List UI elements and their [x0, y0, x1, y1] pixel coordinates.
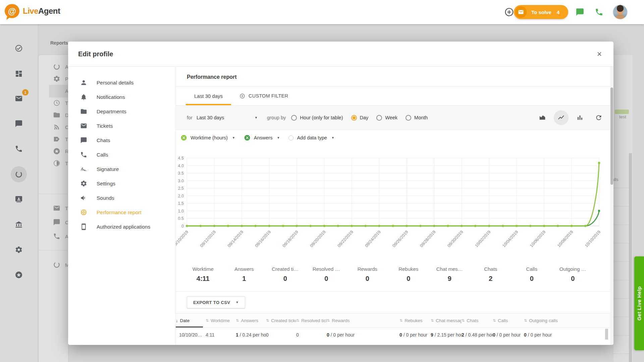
stat-value: 0 — [552, 275, 594, 283]
chats-online-icon[interactable] — [576, 8, 584, 16]
refresh-button[interactable] — [591, 110, 606, 125]
profile-menu: Personal detailsNotificationsDepartments… — [68, 67, 176, 345]
tab-custom-filter-label: CUSTOM FILTER — [249, 93, 288, 99]
add-new-icon[interactable] — [504, 7, 514, 17]
column-header-worktime[interactable]: ⇅Worktime — [206, 313, 236, 327]
line-chart-button[interactable] — [554, 110, 569, 125]
area-chart-button[interactable] — [535, 110, 550, 125]
date-range-select[interactable]: Last 30 days ▼ — [197, 115, 258, 120]
radio-label: Month — [414, 115, 428, 120]
get-live-help-label: Get Live Help — [636, 286, 642, 320]
bar-chart-button[interactable] — [573, 110, 587, 125]
column-header-resolved-ticke[interactable]: ⇅Resolved ticke — [296, 313, 327, 327]
svg-text:1.0: 1.0 — [178, 209, 184, 214]
chart-type-tools — [535, 110, 606, 125]
menu-item-tickets[interactable]: Tickets — [68, 119, 175, 133]
logo-bubble-icon: @ — [5, 4, 19, 18]
column-header-date[interactable]: ↓Date — [176, 313, 206, 327]
chip-icon — [80, 209, 87, 216]
menu-item-calls[interactable]: Calls — [68, 147, 175, 162]
to-solve-button[interactable]: To solve 4 — [514, 5, 568, 19]
column-header-calls[interactable]: ⇅Calls — [493, 313, 524, 327]
table-cell: 0 / 0 per hour — [524, 332, 613, 338]
svg-text:09/12/2019: 09/12/2019 — [199, 230, 217, 248]
chip-worktime-hours[interactable]: Worktime (hours)▼ — [180, 134, 235, 141]
liveagent-logo[interactable]: @ LiveAgent — [5, 4, 60, 18]
sort-icon: ⇅ — [493, 318, 496, 323]
table-cell: 10/10/20… — [176, 332, 206, 338]
modal-body: Personal detailsNotificationsDepartments… — [68, 67, 613, 345]
chevron-down-icon: ▼ — [235, 301, 238, 304]
user-avatar[interactable] — [612, 4, 628, 20]
chevron-down-icon: ▼ — [255, 116, 258, 119]
stat-label: Chats — [470, 266, 512, 272]
menu-item-departments[interactable]: Departments — [68, 104, 175, 119]
table-cell: 0 — [266, 332, 296, 338]
stat-label: Calls — [511, 266, 552, 272]
column-header-label: Rebukes — [405, 318, 422, 323]
tab-last-30-days[interactable]: Last 30 days — [186, 86, 231, 105]
chip-answers[interactable]: Answers▼ — [244, 134, 280, 141]
group-by-label: group by — [267, 115, 286, 120]
remove-icon — [180, 134, 187, 141]
svg-text:10/02/2019: 10/02/2019 — [474, 230, 491, 248]
stat-rewards: Rewards0 — [347, 266, 388, 283]
svg-text:4.5: 4.5 — [178, 156, 184, 161]
table-scrollbar[interactable] — [605, 329, 608, 340]
menu-item-signature[interactable]: Signature — [68, 162, 175, 176]
radio-hour-only-for-table[interactable]: Hour (only for table) — [291, 115, 343, 121]
logo-at-glyph: @ — [8, 6, 16, 16]
edit-profile-modal: Edit profile ✕ Personal detailsNotificat… — [68, 42, 613, 345]
menu-item-label: Sounds — [97, 195, 114, 201]
svg-text:1.5: 1.5 — [178, 201, 184, 206]
tab-custom-filter[interactable]: CUSTOM FILTER — [231, 86, 297, 105]
column-header-rewards[interactable]: ⇅Rewards — [327, 313, 399, 327]
export-to-csv-button[interactable]: EXPORT TO CSV ▼ — [187, 296, 245, 308]
menu-item-label: Authorized applications — [97, 224, 150, 230]
menu-item-personal-details[interactable]: Personal details — [68, 75, 175, 90]
folder-icon — [80, 108, 87, 115]
column-header-created-ticket[interactable]: ⇅Created ticket — [266, 313, 296, 327]
column-header-label: Date — [180, 318, 190, 323]
to-solve-count: 4 — [557, 9, 559, 15]
menu-item-settings[interactable]: Settings — [68, 176, 175, 191]
stat-label: Answers — [224, 266, 265, 272]
column-header-outgoing-calls[interactable]: ⇅Outgoing calls — [524, 313, 613, 327]
close-icon[interactable]: ✕ — [595, 49, 603, 59]
menu-item-label: Personal details — [97, 80, 133, 86]
tab-last-30-days-label: Last 30 days — [194, 93, 223, 99]
stat-value: 1 — [224, 275, 265, 283]
svg-text:09/18/2019: 09/18/2019 — [282, 230, 299, 248]
group-by-radios: Hour (only for table)DayWeekMonth — [291, 115, 436, 121]
sort-icon: ⇅ — [431, 318, 434, 323]
radio-day[interactable]: Day — [351, 115, 369, 121]
menu-item-performance-report[interactable]: Performance report — [68, 205, 175, 220]
stat-chats: Chats2 — [470, 266, 512, 283]
brand-text: LiveAgent — [23, 6, 60, 16]
modal-scrollbar[interactable] — [610, 67, 613, 345]
calls-online-icon[interactable] — [595, 8, 603, 16]
column-header-chat-message[interactable]: ⇅Chat message — [431, 313, 462, 327]
menu-item-chats[interactable]: Chats — [68, 133, 175, 147]
menu-item-label: Settings — [97, 181, 115, 187]
gear-icon — [80, 180, 87, 187]
chip-add-data-type[interactable]: Add data type▼ — [288, 135, 334, 140]
column-header-rebukes[interactable]: ⇅Rebukes — [399, 313, 431, 327]
table-row[interactable]: 10/10/20…4:111 / 0.24 per hour000 / 0 pe… — [176, 327, 613, 342]
radio-week[interactable]: Week — [376, 115, 397, 121]
refresh-icon — [595, 114, 602, 121]
table-cell: 0 / 0 per hour — [327, 332, 399, 338]
radio-month[interactable]: Month — [406, 115, 428, 121]
person-icon — [80, 79, 87, 86]
menu-item-label: Notifications — [97, 94, 125, 100]
sort-icon: ⇅ — [296, 318, 299, 323]
menu-item-sounds[interactable]: Sounds — [68, 191, 175, 205]
stat-label: Outgoing … — [552, 266, 594, 272]
get-live-help-ribbon[interactable]: Get Live Help — [634, 256, 644, 350]
modal-scrollbar-thumb[interactable] — [610, 87, 613, 185]
column-header-chats[interactable]: ⇅Chats — [462, 313, 493, 327]
column-header-answers[interactable]: ⇅Answers — [236, 313, 266, 327]
menu-item-authorized-applications[interactable]: Authorized applications — [68, 220, 175, 234]
svg-text:10/10/2019: 10/10/2019 — [584, 230, 601, 248]
menu-item-notifications[interactable]: Notifications — [68, 90, 175, 104]
